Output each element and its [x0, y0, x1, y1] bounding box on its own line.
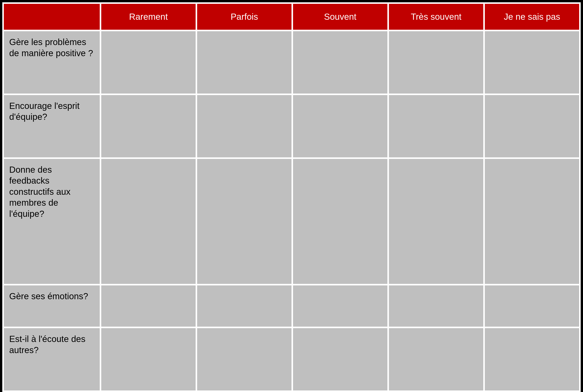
- cell[interactable]: [197, 159, 292, 284]
- cell[interactable]: [485, 286, 579, 327]
- row-label: Est-il à l'écoute des autres?: [4, 328, 100, 390]
- cell[interactable]: [293, 286, 387, 327]
- cell[interactable]: [485, 159, 579, 284]
- cell[interactable]: [389, 159, 483, 284]
- header-row: Rarement Parfois Souvent Très souvent Je…: [4, 4, 579, 30]
- cell[interactable]: [197, 328, 292, 390]
- page: Rarement Parfois Souvent Très souvent Je…: [0, 0, 583, 392]
- col-header-souvent: Souvent: [293, 4, 387, 30]
- table-row: Donne des feedbacks constructifs aux mem…: [4, 159, 579, 284]
- col-header-parfois: Parfois: [197, 4, 292, 30]
- col-header-tres-souvent: Très souvent: [389, 4, 483, 30]
- table-row: Gère ses émotions?: [4, 286, 579, 327]
- row-label: Donne des feedbacks constructifs aux mem…: [4, 159, 100, 284]
- row-label: Encourage l'esprit d'équipe?: [4, 95, 100, 158]
- cell[interactable]: [293, 95, 387, 158]
- header-blank: [4, 4, 100, 30]
- table-row: Encourage l'esprit d'équipe?: [4, 95, 579, 158]
- table-row: Est-il à l'écoute des autres?: [4, 328, 579, 390]
- cell[interactable]: [101, 328, 196, 390]
- cell[interactable]: [389, 31, 483, 94]
- cell[interactable]: [485, 31, 579, 94]
- cell[interactable]: [101, 31, 196, 94]
- cell[interactable]: [485, 95, 579, 158]
- survey-table: Rarement Parfois Souvent Très souvent Je…: [2, 2, 581, 392]
- row-label: Gère ses émotions?: [4, 286, 100, 327]
- cell[interactable]: [293, 159, 387, 284]
- cell[interactable]: [293, 328, 387, 390]
- cell[interactable]: [197, 286, 292, 327]
- cell[interactable]: [197, 31, 292, 94]
- col-header-jnsp: Je ne sais pas: [485, 4, 579, 30]
- cell[interactable]: [101, 286, 196, 327]
- cell[interactable]: [389, 286, 483, 327]
- table-row: Gère les problèmes de manière positive ?: [4, 31, 579, 94]
- col-header-rarement: Rarement: [101, 4, 196, 30]
- cell[interactable]: [101, 95, 196, 158]
- cell[interactable]: [389, 328, 483, 390]
- cell[interactable]: [389, 95, 483, 158]
- cell[interactable]: [197, 95, 292, 158]
- row-label: Gère les problèmes de manière positive ?: [4, 31, 100, 94]
- cell[interactable]: [485, 328, 579, 390]
- cell[interactable]: [101, 159, 196, 284]
- cell[interactable]: [293, 31, 387, 94]
